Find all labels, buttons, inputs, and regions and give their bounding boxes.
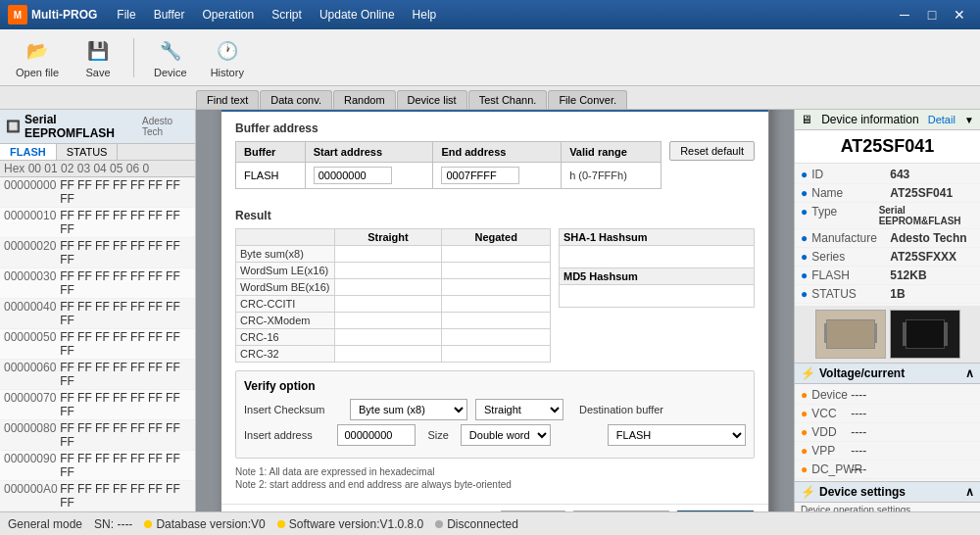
titlebar-menu: File Buffer Operation Script Update Onli… bbox=[109, 4, 444, 25]
save-button[interactable]: 💾 Save bbox=[74, 33, 122, 82]
maximize-button[interactable]: □ bbox=[919, 5, 945, 24]
connection-dot bbox=[435, 520, 443, 528]
destination-select[interactable]: FLASH bbox=[608, 424, 746, 446]
tab-data-conv[interactable]: Data conv. bbox=[260, 90, 332, 109]
center-panel: Verify Skip ✕ Buffer address Buffer Star… bbox=[196, 110, 794, 511]
reset-default-button[interactable]: Reset default bbox=[669, 141, 755, 161]
md5-input[interactable] bbox=[560, 285, 754, 307]
crc-cciti-negated[interactable] bbox=[442, 296, 550, 312]
crc16-negated[interactable] bbox=[442, 329, 550, 345]
history-button[interactable]: 🕐 History bbox=[203, 33, 252, 82]
titlebar-controls: ─ □ ✕ bbox=[892, 5, 972, 24]
tabs-bar: Find text Data conv. Random Device list … bbox=[0, 86, 980, 110]
device-info-header: 🖥 Device information Detail ▼ bbox=[795, 110, 980, 130]
prop-flash: ● FLASH 512KB bbox=[795, 267, 980, 285]
device-props: ● ID 643 ● Name AT25SF041 ● Type Serial … bbox=[795, 164, 980, 306]
open-file-button[interactable]: 📂 Open file bbox=[8, 33, 67, 82]
hash-section: SHA-1 Hashsum MD5 Hashsum bbox=[559, 228, 755, 363]
tab-test-chann[interactable]: Test Chann. bbox=[468, 90, 548, 109]
valid-range-text: h (0-7FFFh) bbox=[562, 162, 662, 188]
tab-find-text[interactable]: Find text bbox=[196, 90, 259, 109]
calculate-input-button[interactable]: Calculate&Input bbox=[572, 511, 670, 512]
result-row-crc-cciti: CRC-CCITI bbox=[236, 295, 551, 312]
volt-val-device: ---- bbox=[851, 388, 866, 402]
insert-address-input[interactable] bbox=[337, 424, 416, 446]
device-info-title: Device information bbox=[821, 113, 918, 126]
note-1: Note 1: All data are expressed in hexade… bbox=[235, 466, 755, 477]
sub-tab-status[interactable]: STATUS bbox=[57, 144, 119, 160]
sw-version-text: Software version:V1.0.8.0 bbox=[289, 517, 423, 531]
size-select[interactable]: Byte Word Double word bbox=[461, 424, 551, 446]
modal-body: Buffer address Buffer Start address End … bbox=[221, 112, 768, 504]
tab-device-list[interactable]: Device list bbox=[397, 90, 467, 109]
menu-file[interactable]: File bbox=[109, 4, 143, 25]
save-icon: 💾 bbox=[84, 37, 112, 65]
end-address-input[interactable] bbox=[441, 167, 519, 184]
crc-cciti-straight[interactable] bbox=[335, 296, 442, 312]
settings-collapse-icon[interactable]: ∧ bbox=[965, 485, 974, 499]
volt-dot-vdd: ● bbox=[801, 425, 808, 439]
sub-tab-flash[interactable]: FLASH bbox=[0, 144, 57, 160]
voltage-title: Voltage/current bbox=[819, 366, 905, 380]
end-addr-col-header: End address bbox=[433, 141, 562, 162]
crc32-straight[interactable] bbox=[335, 346, 442, 362]
menu-buffer[interactable]: Buffer bbox=[146, 4, 193, 25]
device-op-settings-label: Device operation settings bbox=[795, 503, 980, 511]
tab-random[interactable]: Random bbox=[333, 90, 396, 109]
start-address-input[interactable] bbox=[314, 167, 392, 184]
menu-help[interactable]: Help bbox=[405, 4, 445, 25]
cancel-button[interactable]: Cancel bbox=[500, 511, 566, 512]
calculate-button[interactable]: Calculate bbox=[676, 511, 755, 512]
result-row-crc16: CRC-16 bbox=[236, 328, 551, 345]
chip-img-2 bbox=[906, 319, 945, 349]
destination-buffer-label: Destination buffer bbox=[579, 404, 663, 415]
status-general-mode: General mode bbox=[8, 517, 82, 531]
crc32-negated[interactable] bbox=[442, 346, 550, 362]
menu-update-online[interactable]: Update Online bbox=[312, 4, 403, 25]
checksum-type-select[interactable]: Byte sum (x8) WordSum LE(x16) WordSum BE… bbox=[350, 399, 467, 420]
volt-key-vcc: VCC bbox=[811, 407, 851, 420]
result-title: Result bbox=[235, 209, 755, 222]
straight-col-header: Straight bbox=[334, 228, 442, 245]
mode-select[interactable]: Straight Negated bbox=[475, 399, 564, 420]
sw-version-dot bbox=[277, 520, 285, 528]
verify-option-section: Verify option Insert Checksum Byte sum (… bbox=[235, 370, 755, 459]
wordsum-le-straight[interactable] bbox=[335, 263, 442, 278]
crc16-straight[interactable] bbox=[335, 329, 442, 345]
voltage-collapse-icon[interactable]: ∧ bbox=[965, 366, 974, 380]
crc-xmodem-straight[interactable] bbox=[335, 313, 442, 328]
bytesum-negated[interactable] bbox=[442, 246, 550, 262]
insert-checksum-label: Insert Checksum bbox=[244, 404, 342, 415]
wordsum-be-straight[interactable] bbox=[335, 279, 442, 295]
device-name: AT25SF041 bbox=[795, 130, 980, 164]
prop-dot-id: ● bbox=[801, 168, 808, 181]
wordsum-le-label: WordSum LE(x16) bbox=[236, 262, 335, 278]
hex-area: Hex 00 01 02 03 04 05 06 0 00000000FF FF… bbox=[0, 161, 195, 511]
close-button[interactable]: ✕ bbox=[947, 5, 972, 24]
hex-rows: 00000000FF FF FF FF FF FF FF FF00000010F… bbox=[0, 177, 195, 511]
prop-key-id: ID bbox=[811, 168, 890, 181]
device-button[interactable]: 🔧 Device bbox=[146, 33, 195, 82]
menu-script[interactable]: Script bbox=[264, 4, 310, 25]
volt-val-vpp: ---- bbox=[851, 444, 866, 458]
prop-dot-name: ● bbox=[801, 186, 808, 200]
result-row-wordsum-be: WordSum BE(x16) bbox=[236, 278, 551, 295]
right-panel: 🖥 Device information Detail ▼ AT25SF041 … bbox=[794, 110, 980, 511]
device-settings-header: ⚡ Device settings ∧ bbox=[795, 481, 980, 503]
result-row-bytesum: Byte sum(x8) bbox=[236, 245, 551, 262]
tab-file-conver[interactable]: File Conver. bbox=[548, 90, 627, 109]
wordsum-le-negated[interactable] bbox=[442, 263, 550, 278]
left-panel-header: 🔲 Serial EEPROMFLASH Adesto Tech bbox=[0, 110, 195, 144]
minimize-button[interactable]: ─ bbox=[892, 5, 917, 24]
bytesum-straight[interactable] bbox=[335, 246, 442, 262]
wordsum-be-negated[interactable] bbox=[442, 279, 550, 295]
menu-operation[interactable]: Operation bbox=[194, 4, 262, 25]
prop-dot-mfr: ● bbox=[801, 231, 808, 245]
crc-xmodem-negated[interactable] bbox=[442, 313, 550, 328]
open-file-icon: 📂 bbox=[24, 37, 51, 65]
buffer-address-table: Buffer Start address End address Valid r… bbox=[235, 141, 662, 189]
sha1-row: SHA-1 Hashsum bbox=[560, 228, 755, 245]
detail-link[interactable]: Detail bbox=[928, 114, 956, 125]
sha1-input[interactable] bbox=[560, 246, 754, 268]
volt-val-vdd: ---- bbox=[851, 425, 866, 439]
